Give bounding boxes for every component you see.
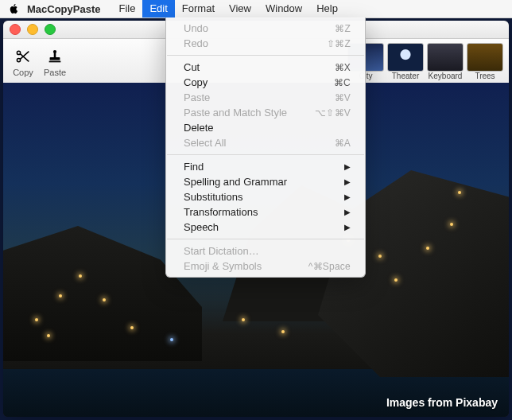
close-window-button[interactable] xyxy=(10,24,21,35)
menu-item-spelling-and-grammar[interactable]: Spelling and Grammar▶ xyxy=(166,174,365,189)
menu-help[interactable]: Help xyxy=(309,0,345,18)
menu-item-shortcut: ⌥⇧⌘V xyxy=(315,107,351,119)
menu-item-shortcut: ⌘A xyxy=(335,138,351,149)
svg-rect-5 xyxy=(49,61,61,63)
svg-point-0 xyxy=(17,51,20,54)
menu-format[interactable]: Format xyxy=(175,0,222,18)
menu-item-label: Select All xyxy=(184,137,335,149)
menu-item-label: Start Dictation… xyxy=(184,245,351,257)
menu-item-label: Speech xyxy=(184,221,344,233)
menu-separator xyxy=(167,154,364,155)
menu-item-select-all: Select All⌘A xyxy=(166,135,365,150)
thumbnail-row: City Theater Keyboard Trees xyxy=(348,43,502,80)
menu-item-label: Cut xyxy=(184,61,335,73)
menu-item-shortcut: ⇧⌘Z xyxy=(327,38,351,49)
apple-icon[interactable] xyxy=(8,3,19,14)
menu-item-speech[interactable]: Speech▶ xyxy=(166,220,365,235)
menu-item-label: Undo xyxy=(184,22,335,34)
menu-item-label: Spelling and Grammar xyxy=(184,176,344,188)
copy-button-label: Copy xyxy=(13,68,33,77)
menu-edit[interactable]: Edit xyxy=(142,0,174,18)
menu-item-label: Delete xyxy=(184,122,351,134)
menu-item-copy[interactable]: Copy⌘C xyxy=(166,75,365,90)
menu-window[interactable]: Window xyxy=(258,0,309,18)
edit-menu-dropdown: Undo⌘ZRedo⇧⌘ZCut⌘XCopy⌘CPaste⌘VPaste and… xyxy=(165,18,366,278)
menu-item-label: Paste xyxy=(184,91,335,103)
paste-button-label: Paste xyxy=(44,68,66,77)
paste-button[interactable]: Paste xyxy=(41,45,68,77)
menu-item-label: Copy xyxy=(184,76,334,88)
submenu-arrow-icon: ▶ xyxy=(344,223,351,231)
system-menubar: MacCopyPaste File Edit Format View Windo… xyxy=(0,0,512,18)
thumb-theater[interactable]: Theater xyxy=(388,43,423,80)
menu-item-shortcut: ⌘V xyxy=(335,92,351,103)
image-credit: Images from Pixabay xyxy=(386,396,498,409)
menu-item-label: Find xyxy=(184,161,344,173)
menu-item-cut[interactable]: Cut⌘X xyxy=(166,60,365,75)
thumb-label: Trees xyxy=(475,72,495,80)
minimize-window-button[interactable] xyxy=(27,24,38,35)
menu-item-substitutions[interactable]: Substitutions▶ xyxy=(166,189,365,204)
scissors-icon xyxy=(12,45,34,68)
menu-item-shortcut: ⌘C xyxy=(334,77,351,88)
menu-item-label: Paste and Match Style xyxy=(184,107,315,119)
stamp-icon xyxy=(44,45,66,68)
theater-thumb-icon xyxy=(387,43,424,72)
submenu-arrow-icon: ▶ xyxy=(344,162,351,171)
menu-item-find[interactable]: Find▶ xyxy=(166,159,365,174)
thumb-keyboard[interactable]: Keyboard xyxy=(428,43,463,80)
menu-item-shortcut: ⌘Z xyxy=(335,23,351,34)
menu-item-undo: Undo⌘Z xyxy=(166,21,365,36)
trees-thumb-icon xyxy=(467,43,503,72)
thumb-label: Theater xyxy=(392,72,419,80)
menu-item-start-dictation: Start Dictation… xyxy=(166,243,365,259)
menu-separator xyxy=(167,55,364,56)
menu-item-paste: Paste⌘V xyxy=(166,90,365,105)
menu-item-paste-and-match-style: Paste and Match Style⌥⇧⌘V xyxy=(166,105,365,120)
submenu-arrow-icon: ▶ xyxy=(344,208,351,216)
submenu-arrow-icon: ▶ xyxy=(344,177,351,186)
menu-item-label: Substitutions xyxy=(184,191,344,203)
thumb-label: Keyboard xyxy=(429,72,463,80)
menu-item-emoji-symbols: Emoji & Symbols^⌘Space xyxy=(166,259,365,274)
menu-item-shortcut: ^⌘Space xyxy=(308,261,351,272)
menu-view[interactable]: View xyxy=(222,0,258,18)
menu-file[interactable]: File xyxy=(111,0,142,18)
zoom-window-button[interactable] xyxy=(45,24,56,35)
copy-button[interactable]: Copy xyxy=(10,45,37,77)
svg-rect-4 xyxy=(50,57,60,60)
app-name: MacCopyPaste xyxy=(27,3,100,15)
menu-separator xyxy=(167,239,364,239)
menu-item-label: Emoji & Symbols xyxy=(184,260,308,272)
menu-item-shortcut: ⌘X xyxy=(335,62,351,73)
svg-point-1 xyxy=(17,58,20,61)
thumb-trees[interactable]: Trees xyxy=(467,43,502,80)
menu-item-redo: Redo⇧⌘Z xyxy=(166,36,365,51)
submenu-arrow-icon: ▶ xyxy=(344,192,351,201)
svg-rect-3 xyxy=(54,52,56,57)
menu-item-transformations[interactable]: Transformations▶ xyxy=(166,204,365,220)
menu-item-label: Redo xyxy=(184,37,327,49)
menu-item-delete[interactable]: Delete xyxy=(166,120,365,135)
menu-item-label: Transformations xyxy=(184,206,344,218)
keyboard-thumb-icon xyxy=(427,43,464,72)
